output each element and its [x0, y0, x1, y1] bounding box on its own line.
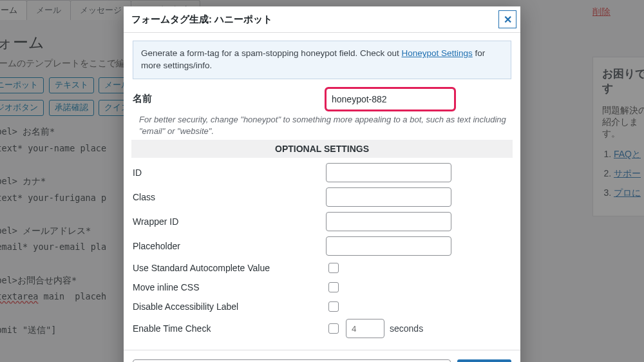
name-input[interactable]	[326, 88, 455, 110]
wrapper-id-input[interactable]	[326, 212, 451, 231]
help-box: お困りです 問題解決の 紹介します。 FAQと サポー プロに	[592, 57, 644, 216]
id-input[interactable]	[326, 163, 451, 182]
delete-link[interactable]: 削除	[592, 6, 611, 17]
disable-a11y-label: Disable Accessibility Label	[133, 301, 326, 312]
dialog-title: フォームタグ生成: ハニーポット	[131, 14, 272, 26]
tab-message[interactable]: メッセージ	[70, 0, 131, 20]
help-text: 問題解決の 紹介します。	[602, 105, 644, 140]
optional-settings-heading: OPTIONAL SETTINGS	[131, 140, 513, 158]
class-label: Class	[133, 192, 326, 202]
autocomplete-label: Use Standard Autocomplete Value	[133, 263, 326, 273]
close-icon: ✕	[504, 14, 512, 26]
insert-tag-button[interactable]: 挿入タグ	[457, 359, 511, 362]
tag-accept[interactable]: 承諾確認	[49, 100, 94, 116]
time-check-label: Enable Time Check	[133, 323, 326, 334]
wrapper-id-label: Wrapper ID	[133, 216, 326, 227]
tab-form[interactable]: フォーム	[0, 0, 27, 20]
close-button[interactable]: ✕	[498, 10, 516, 28]
generated-tag-field[interactable]	[133, 359, 451, 362]
time-check-value[interactable]	[346, 319, 384, 338]
placeholder-input[interactable]	[326, 236, 451, 256]
tab-mail[interactable]: メール	[26, 0, 71, 20]
help-link-support[interactable]: サポー	[614, 168, 644, 180]
id-label: ID	[133, 167, 326, 178]
form-tag-generator-dialog: フォームタグ生成: ハニーポット ✕ Generate a form-tag f…	[124, 6, 520, 362]
tag-text[interactable]: テキスト	[49, 77, 94, 93]
honeypot-settings-link[interactable]: Honeypot Settings	[401, 48, 472, 58]
help-link-faq[interactable]: FAQと	[614, 149, 644, 160]
disable-a11y-checkbox[interactable]	[328, 301, 339, 312]
name-label: 名前	[133, 93, 326, 105]
name-hint: For better security, change "honeypot" t…	[139, 114, 511, 137]
help-link-pro[interactable]: プロに	[614, 187, 644, 199]
autocomplete-checkbox[interactable]	[328, 263, 339, 273]
tag-honeypot[interactable]: ハニーポット	[0, 77, 44, 93]
time-check-checkbox[interactable]	[328, 323, 339, 334]
info-banner: Generate a form-tag for a spam-stopping …	[133, 41, 511, 79]
class-input[interactable]	[326, 187, 451, 207]
move-css-label: Move inline CSS	[133, 282, 326, 292]
tag-radio[interactable]: ラジオボタン	[0, 100, 44, 116]
placeholder-label: Placeholder	[133, 241, 326, 251]
time-check-unit: seconds	[390, 323, 423, 334]
help-title: お困りです	[602, 66, 644, 96]
move-css-checkbox[interactable]	[328, 282, 339, 292]
